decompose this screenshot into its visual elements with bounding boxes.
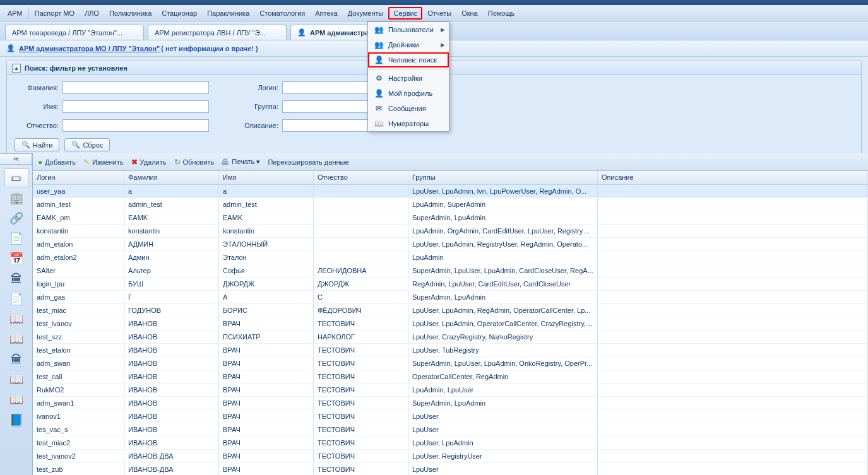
dropdown-item-0[interactable]: 👥Пользователи▶ [368,22,449,37]
menu-лло[interactable]: ЛЛО [80,7,104,20]
dropdown-icon: 👤 [373,56,384,64]
label-group: Группа: [234,103,278,110]
input-group[interactable] [282,100,381,113]
toolbar-ref[interactable]: ↻Обновить [174,158,215,165]
dropdown-icon: 📖 [373,119,384,128]
toolbar-label: Обновить [183,158,215,165]
dropdown-label: Мой профиль [388,90,432,97]
dropdown-label: Пользователи [388,26,434,33]
label-famil: Фамилия: [15,84,59,91]
dropdown-label: Человек: поиск [388,56,437,64]
reset-button-label: Сброс [83,141,103,149]
tab-label: АРМ товароведа / ЛПУ "Эталон"... [12,29,122,37]
service-dropdown: 👥Пользователи▶👥Двойники▶👤Человек: поиск⚙… [367,21,449,132]
chevron-right-icon: ▶ [441,42,445,48]
input-login[interactable] [282,81,381,94]
prn-icon: 🖶 [222,158,229,165]
tab-1[interactable]: АРМ регистратора ЛВН / ЛПУ "Э... [148,25,287,40]
dropdown-separator [368,69,449,69]
reset-button[interactable]: 🔍Сброс [64,138,110,151]
find-button[interactable]: 🔍Найти [15,138,59,151]
toolbar-prn[interactable]: 🖶Печать ▾ [222,158,260,165]
dropdown-label: Настройки [388,74,422,82]
menu-арм[interactable]: АРМ [3,7,28,20]
tab-icon: 👤 [297,28,306,37]
label-desc: Описание: [234,122,278,129]
toolbar-label: Добавить [45,158,76,165]
del-icon: ✖ [131,158,138,165]
menu-параклиника[interactable]: Параклиника [202,7,254,20]
dropdown-item-7[interactable]: 📖Нумераторы [368,116,449,131]
ref-icon: ↻ [174,158,181,165]
sidebar: ≪ ▭🏢🔗📄📅🏛📄📖📖🏛📖📖📘 [0,153,33,165]
label-patr: Отчество: [15,122,59,129]
add-icon: ● [38,158,42,165]
dropdown-label: Двойники [388,41,419,49]
toolbar-label: Перекэшировать данные [268,158,348,165]
dropdown-icon: 👥 [373,25,384,34]
dropdown-icon: 👥 [373,40,384,49]
toolbar-btn-5[interactable]: Перекэшировать данные [268,158,348,165]
dropdown-item-2[interactable]: 👤Человек: поиск [368,52,449,67]
dropdown-icon: ✉ [373,104,384,113]
chevron-right-icon: ▶ [441,26,445,33]
toolbar-add[interactable]: ●Добавить [38,158,76,165]
input-name[interactable] [62,100,209,113]
toolbar-label: Печать ▾ [232,158,260,165]
input-famil[interactable] [62,81,209,94]
label-login: Логин: [234,84,278,91]
grid-panel: ●Добавить✎Изменить✖Удалить↻Обновить🖶Печа… [33,153,868,165]
dropdown-label: Сообщения [388,105,426,112]
edit-icon: ✎ [83,158,90,165]
toolbar-label: Удалить [140,158,167,165]
toolbar-edit[interactable]: ✎Изменить [83,158,124,165]
tab-label: АРМ регистратора ЛВН / ЛПУ "Э... [155,29,266,37]
toolbar-del[interactable]: ✖Удалить [131,158,167,165]
tab-label: АРМ администра... [310,29,374,37]
dropdown-item-6[interactable]: ✉Сообщения [368,101,449,116]
label-name: Имя: [15,103,59,110]
search-icon: 🔍 [21,141,30,149]
menu-стоматология[interactable]: Стоматология [254,7,310,20]
dropdown-item-5[interactable]: 👤Мой профиль [368,86,449,101]
menu-окна[interactable]: Окна [456,7,483,20]
dropdown-icon: ⚙ [373,74,384,83]
dropdown-item-4[interactable]: ⚙Настройки [368,71,449,86]
input-patr[interactable] [62,119,209,132]
find-button-label: Найти [33,141,52,149]
collapse-icon[interactable]: ▲ [12,64,21,73]
window-titlebar [0,0,868,5]
menu-стационар[interactable]: Стационар [157,7,202,20]
dropdown-label: Нумераторы [388,120,429,127]
user-icon: 👤 [6,44,15,52]
tab-0[interactable]: АРМ товароведа / ЛПУ "Эталон"... [5,25,144,40]
dropdown-icon: 👤 [373,89,384,98]
breadcrumb-note: ( нет информации о враче! ) [161,45,258,52]
search-panel-title: Поиск: фильтр не установлен [25,64,128,72]
dropdown-item-1[interactable]: 👥Двойники▶ [368,37,449,52]
reset-icon: 🔍 [71,141,80,149]
toolbar-label: Изменить [92,158,124,165]
menu-отчеты[interactable]: Отчеты [422,7,456,20]
grid-toolbar: ●Добавить✎Изменить✖Удалить↻Обновить🖶Печа… [33,153,868,165]
menu-помощь[interactable]: Помощь [483,7,520,20]
menu-документы[interactable]: Документы [343,7,389,20]
input-desc[interactable] [282,119,381,132]
menu-поликлиника[interactable]: Поликлиника [104,7,157,20]
menu-аптека[interactable]: Аптека [310,7,343,20]
sidebar-collapse-button[interactable]: ≪ [0,153,32,165]
menu-паспорт мо[interactable]: Паспорт МО [30,7,80,20]
breadcrumb-link[interactable]: АРМ администратора МО / ЛПУ "Эталон" [19,45,160,52]
menu-сервис[interactable]: Сервис [388,7,422,20]
main-menubar: АРМПаспорт МОЛЛОПоликлиникаСтационарПара… [0,5,868,21]
